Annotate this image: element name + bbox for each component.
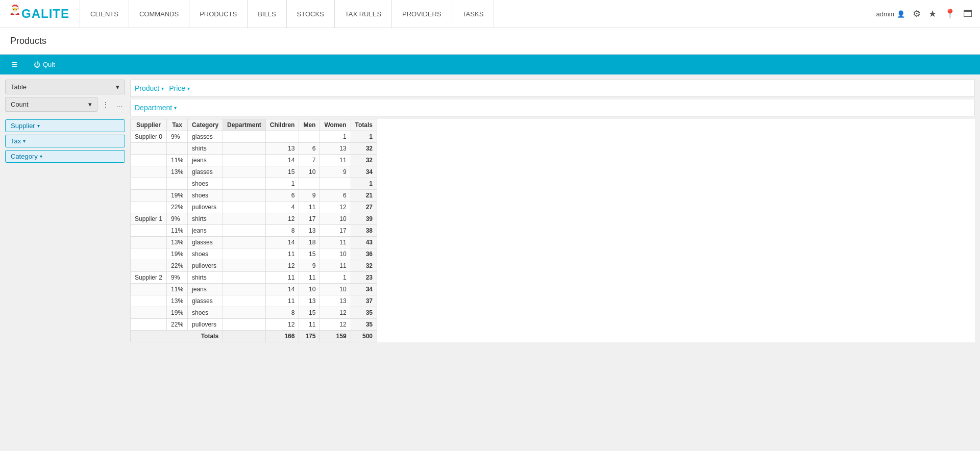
th-tax: Tax <box>167 119 188 131</box>
filter-tax-label: Tax <box>11 137 21 145</box>
th-women: Women <box>320 119 351 131</box>
table-row: 22%pullovers1291132 <box>131 260 377 272</box>
th-category: Category <box>188 119 223 131</box>
table-dropdown-arrow: ▾ <box>116 83 119 91</box>
count-dropdown[interactable]: Count ▾ <box>5 97 97 112</box>
nav-item-clients[interactable]: CLIENTS <box>80 0 129 28</box>
main-content: Table ▾ Count ▾ ⋮ … Supplier ▾ Tax ▾ <box>0 74 980 347</box>
filter-tax[interactable]: Tax ▾ <box>5 135 125 147</box>
table-row: 11%jeans14101034 <box>131 284 377 295</box>
filter-category[interactable]: Category ▾ <box>5 150 125 163</box>
pivot-product-label: Product <box>135 84 159 92</box>
table-row: 19%shoes11151036 <box>131 248 377 260</box>
nav-item-bills[interactable]: BILLS <box>248 0 286 28</box>
table-row: Supplier 09%glasses11 <box>131 131 377 143</box>
config-icon: ⋮ <box>102 101 109 109</box>
more-icon-btn[interactable]: … <box>114 98 125 111</box>
table-row: 13%glasses11131337 <box>131 295 377 307</box>
pivot-table: Supplier Tax Category Department Childre… <box>130 119 377 342</box>
totals-dept <box>223 331 266 342</box>
config-icon-btn[interactable]: ⋮ <box>100 98 111 111</box>
table-row: 11%jeans8131738 <box>131 225 377 237</box>
table-dropdown[interactable]: Table ▾ <box>5 80 125 94</box>
pivot-row-header: Department ▾ <box>130 99 975 116</box>
page-title-bar: Products <box>0 28 980 55</box>
window-icon[interactable]: 🗖 <box>963 9 972 19</box>
pivot-price-arrow: ▾ <box>187 86 190 91</box>
logo-hat-icon: 🎅 <box>9 4 20 15</box>
nav-links: CLIENTS COMMANDS PRODUCTS BILLS STOCKS T… <box>80 0 869 28</box>
filter-section: Supplier ▾ Tax ▾ Category ▾ <box>5 119 125 163</box>
totals-women: 159 <box>320 331 351 342</box>
table-row: 19%shoes8151235 <box>131 307 377 319</box>
nav-item-tasks[interactable]: TASKS <box>452 0 495 28</box>
nav-item-stocks[interactable]: STOCKS <box>287 0 335 28</box>
pivot-col-header: Product ▾ Price ▾ <box>130 80 975 97</box>
nav-item-tax-rules[interactable]: TAX RULES <box>335 0 392 28</box>
th-department: Department <box>223 119 266 131</box>
admin-icon: 👤 <box>897 10 905 18</box>
table-row: 22%pullovers12111235 <box>131 319 377 331</box>
totals-row: Totals 166 175 159 500 <box>131 331 377 342</box>
left-panel: Table ▾ Count ▾ ⋮ … Supplier ▾ Tax ▾ <box>5 80 125 342</box>
filter-category-label: Category <box>11 153 38 160</box>
count-dropdown-label: Count <box>11 101 29 108</box>
pivot-department-label: Department <box>135 104 172 112</box>
pivot-department-arrow: ▾ <box>174 105 177 111</box>
pivot-table-container: Supplier Tax Category Department Childre… <box>130 119 975 342</box>
totals-total: 500 <box>351 331 377 342</box>
th-supplier: Supplier <box>131 119 167 131</box>
table-row: 13%glasses14181143 <box>131 237 377 248</box>
filter-category-arrow: ▾ <box>40 154 42 159</box>
page-title: Products <box>10 36 970 46</box>
nav-item-products[interactable]: PRODUCTS <box>189 0 248 28</box>
menu-icon: ☰ <box>12 61 18 68</box>
filter-supplier[interactable]: Supplier ▾ <box>5 119 125 132</box>
admin-user[interactable]: admin 👤 <box>876 10 905 18</box>
table-row: 22%pullovers4111227 <box>131 202 377 213</box>
totals-children: 166 <box>265 331 299 342</box>
th-children: Children <box>265 119 299 131</box>
quit-label: Quit <box>43 61 55 68</box>
nav-item-commands[interactable]: COMMANDS <box>129 0 189 28</box>
pivot-price-label: Price <box>169 84 185 92</box>
navbar: 🎅 GALITE CLIENTS COMMANDS PRODUCTS BILLS… <box>0 0 980 28</box>
table-row: 13%glasses1510934 <box>131 166 377 178</box>
pivot-product-arrow: ▾ <box>161 86 164 91</box>
filter-tax-arrow: ▾ <box>23 138 26 144</box>
settings-icon[interactable]: ⚙ <box>913 8 921 19</box>
star-icon[interactable]: ★ <box>928 8 937 19</box>
pivot-product-tag[interactable]: Product ▾ <box>135 84 164 92</box>
toolbar: ☰ ⏻ Quit <box>0 55 980 74</box>
menu-button[interactable]: ☰ <box>8 59 22 70</box>
brand: 🎅 GALITE <box>0 0 80 28</box>
nav-item-providers[interactable]: PROVIDERS <box>392 0 452 28</box>
table-dropdown-label: Table <box>11 83 27 91</box>
quit-button[interactable]: ⏻ Quit <box>30 59 59 70</box>
table-row: shirts1361332 <box>131 143 377 155</box>
quit-icon: ⏻ <box>34 61 40 68</box>
location-icon[interactable]: 📍 <box>944 8 955 19</box>
table-row: 11%jeans1471132 <box>131 155 377 166</box>
pivot-price-tag[interactable]: Price ▾ <box>169 84 190 92</box>
table-row: shoes11 <box>131 178 377 190</box>
filter-supplier-arrow: ▾ <box>37 123 40 129</box>
filter-supplier-label: Supplier <box>11 122 35 130</box>
pivot-department-tag[interactable]: Department ▾ <box>135 104 177 112</box>
logo-text: GALITE <box>21 7 69 21</box>
admin-name: admin <box>876 10 894 18</box>
table-row: Supplier 29%shirts1111123 <box>131 272 377 284</box>
count-dropdown-arrow: ▾ <box>88 101 92 108</box>
right-panel: Product ▾ Price ▾ Department ▾ Supplier … <box>130 80 975 342</box>
nav-right: admin 👤 ⚙ ★ 📍 🗖 <box>869 0 980 28</box>
table-row: Supplier 19%shirts12171039 <box>131 213 377 225</box>
th-men: Men <box>299 119 320 131</box>
count-dropdown-row: Count ▾ ⋮ … <box>5 97 125 112</box>
table-row: 19%shoes69621 <box>131 190 377 202</box>
totals-men: 175 <box>299 331 320 342</box>
totals-label: Totals <box>131 331 223 342</box>
th-totals: Totals <box>351 119 377 131</box>
more-icon: … <box>116 101 123 109</box>
